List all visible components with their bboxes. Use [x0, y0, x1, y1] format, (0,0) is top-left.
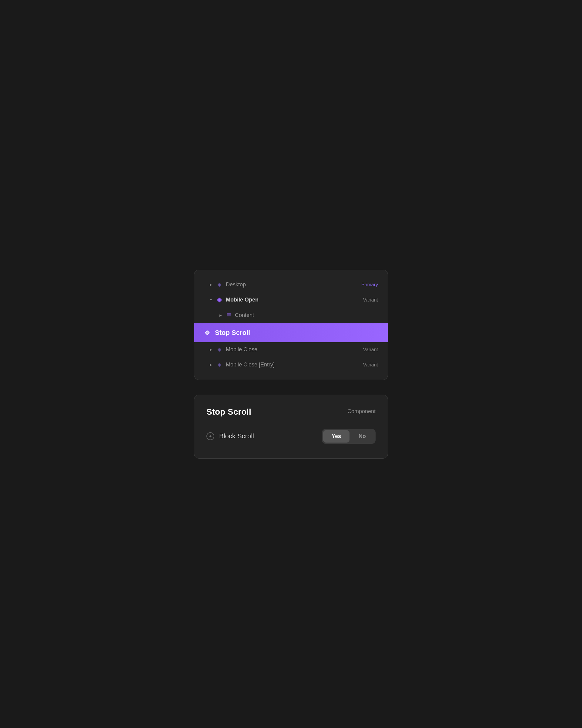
diamond-icon-stop-scroll [204, 330, 211, 336]
chevron-right-icon-mce [209, 363, 213, 367]
layer-row-mobile-close-entry[interactable]: Mobile Close [Entry] Variant [194, 357, 388, 372]
stop-scroll-label: Stop Scroll [215, 329, 250, 337]
layer-label-mobile-open: Mobile Open [226, 297, 258, 303]
diamond-icon-mobile-open [216, 297, 223, 303]
block-scroll-label: Block Scroll [219, 432, 317, 440]
diamond-icon-mobile-close-entry [216, 362, 223, 368]
block-scroll-toggle: Yes No [322, 429, 376, 444]
layer-badge-mobile-close: Variant [363, 347, 378, 353]
layer-row-content[interactable]: Content [194, 308, 388, 323]
layer-label-mobile-close-entry: Mobile Close [Entry] [226, 362, 275, 368]
layer-row-mobile-open[interactable]: Mobile Open Variant [194, 292, 388, 308]
inspector-header: Stop Scroll Component [206, 407, 376, 417]
diamond-icon-desktop [216, 282, 223, 288]
layer-row-desktop[interactable]: Desktop Primary [194, 277, 388, 292]
stop-scroll-row[interactable]: Stop Scroll [194, 323, 388, 342]
toggle-no-button[interactable]: No [350, 430, 375, 443]
layer-badge-mobile-open: Variant [363, 297, 378, 303]
inspector-card: Stop Scroll Component + Block Scroll Yes… [194, 395, 388, 459]
inspector-title: Stop Scroll [206, 407, 251, 417]
diamond-icon-mobile-close [216, 346, 223, 353]
toggle-yes-button[interactable]: Yes [323, 430, 350, 443]
layer-label-desktop: Desktop [226, 282, 246, 288]
chevron-right-icon-content [219, 313, 223, 318]
chevron-right-icon [209, 283, 213, 287]
svg-rect-4 [227, 313, 231, 315]
layer-row-mobile-close[interactable]: Mobile Close Variant [194, 342, 388, 357]
stack-icon-content [226, 312, 232, 319]
layer-tree-card: Desktop Primary Mobile Open Variant [194, 270, 388, 380]
layer-label-content: Content [235, 312, 254, 318]
layer-badge-mobile-close-entry: Variant [363, 362, 378, 368]
inspector-type: Component [348, 408, 376, 415]
chevron-down-icon [209, 298, 213, 302]
inspector-property-block-scroll: + Block Scroll Yes No [206, 429, 376, 444]
property-add-icon: + [206, 432, 214, 440]
layer-badge-desktop: Primary [361, 282, 378, 288]
layer-label-mobile-close: Mobile Close [226, 346, 257, 353]
svg-rect-5 [227, 315, 231, 316]
chevron-right-icon-mc [209, 347, 213, 352]
